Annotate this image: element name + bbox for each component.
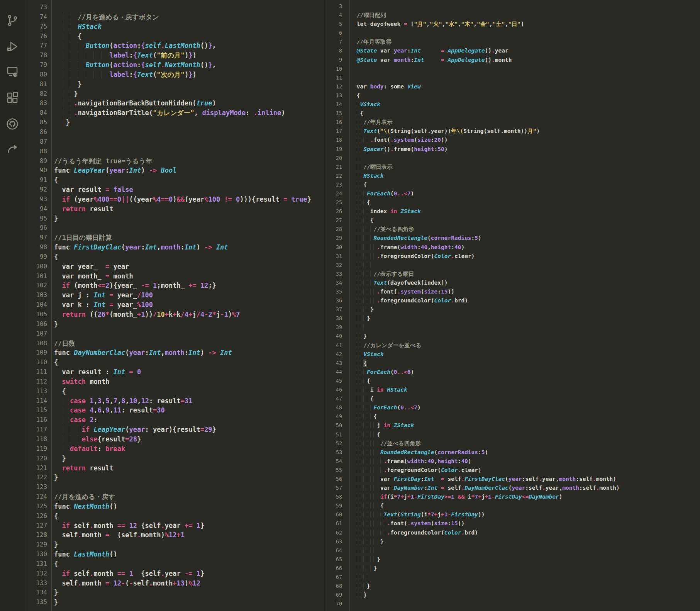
line-number: 38 (325, 314, 342, 323)
code-text: .foregroundColor(Color.clear) (353, 252, 475, 261)
line-number: 79 (25, 60, 47, 70)
code-text (353, 546, 377, 555)
code-text: { (353, 359, 367, 368)
line-number: 65 (325, 555, 342, 564)
code-text: //1日目の曜日計算 (54, 233, 112, 243)
line-number: 94 (25, 204, 47, 214)
line-number: 111 (25, 367, 47, 377)
code-text: } (353, 537, 384, 546)
remote-explorer-icon[interactable] (5, 64, 20, 79)
share-icon[interactable] (5, 141, 20, 156)
run-and-debug-icon[interactable] (5, 39, 20, 54)
line-number: 3 (325, 2, 342, 11)
code-text: var result = false (54, 185, 133, 195)
line-number: 59 (325, 501, 342, 510)
code-text (353, 573, 370, 582)
line-number: 78 (25, 51, 47, 60)
code-text: RoundedRectangle(cornerRadius:5) (353, 234, 481, 243)
code-text: index in ZStack (353, 207, 421, 216)
source-control-icon[interactable] (5, 13, 20, 28)
code-text: { (54, 358, 58, 367)
code-text: //カレンダーを並べる (353, 341, 422, 350)
line-number: 69 (325, 591, 342, 599)
code-text: } (54, 540, 58, 550)
code-text: label:{Text("前の月")}) (54, 51, 197, 60)
line-number: 90 (25, 166, 47, 175)
line-number: 97 (25, 233, 47, 243)
line-number: 99 (25, 252, 47, 262)
code-text: } (353, 564, 377, 573)
line-number: 135 (25, 597, 47, 607)
code-text: case 2: (54, 415, 98, 425)
line-number: 46 (325, 385, 342, 394)
line-number: 14 (325, 100, 342, 109)
code-text: } (54, 118, 70, 127)
code-editor-window: 7374 //月を進める・戻すボタン75 HStack76 {77 Button… (0, 0, 700, 611)
line-number: 24 (325, 189, 342, 198)
left-gutter-separator (51, 0, 52, 611)
code-text: HStack (353, 171, 384, 180)
line-number: 100 (25, 262, 47, 272)
code-text: var year_ = year (54, 262, 129, 272)
github-icon[interactable] (5, 117, 20, 131)
line-number: 120 (25, 454, 47, 463)
line-number: 45 (325, 377, 342, 385)
code-text: } (353, 582, 370, 591)
code-text: VStack (353, 100, 380, 109)
extensions-icon[interactable] (5, 90, 20, 105)
line-number: 5 (325, 20, 342, 29)
code-text (353, 323, 367, 332)
code-text: var month_ = month (54, 272, 133, 281)
code-text: Button(action:{self.NextMonth()}, (54, 60, 216, 70)
code-text: func DayNumberClac(year:Int,month:Int) -… (54, 348, 232, 358)
line-number: 51 (325, 430, 342, 439)
line-number: 33 (325, 270, 342, 278)
code-text: case 1,3,5,7,8,10,12: result=31 (54, 396, 193, 406)
line-number: 108 (25, 339, 47, 348)
code-text: .font(.system(size:15)) (353, 519, 464, 528)
code-text: { (353, 216, 373, 225)
line-number: 56 (325, 475, 342, 484)
code-text: //並べる四角形 (353, 225, 414, 234)
code-text: { (54, 32, 82, 41)
line-number: 10 (325, 64, 342, 73)
line-number: 29 (325, 234, 342, 243)
line-number: 86 (25, 127, 47, 137)
line-number: 58 (325, 492, 342, 501)
line-number: 16 (325, 118, 342, 127)
code-text: { (353, 198, 370, 207)
line-number: 106 (25, 319, 47, 329)
code-text: func LeapYear(year:Int) -> Bool (54, 166, 176, 175)
line-number: 91 (25, 175, 47, 185)
code-text: self.month = 12-(-self.month+13)%12 (54, 579, 200, 588)
code-text: i in HStack (353, 385, 407, 394)
code-text: } (54, 588, 58, 597)
code-text: } (54, 89, 78, 99)
code-text (353, 261, 373, 270)
code-text: } (353, 314, 370, 323)
line-number: 74 (25, 12, 47, 22)
code-text: self.month = (self.month)%12+1 (54, 530, 185, 540)
line-number: 27 (325, 216, 342, 225)
code-text: } (54, 597, 58, 607)
code-text: .navigationBarBackButtonHidden(true) (54, 98, 216, 108)
line-number: 112 (25, 377, 47, 387)
line-number: 62 (325, 528, 342, 537)
line-number: 128 (25, 530, 47, 540)
code-text: { (353, 430, 380, 439)
code-text: { (353, 377, 370, 385)
line-number: 77 (25, 41, 47, 51)
line-number: 118 (25, 434, 47, 444)
line-number: 70 (325, 599, 342, 608)
code-text: @State var year:Int = AppDelegate().year (353, 46, 508, 55)
code-text: func NextMonth() (54, 502, 117, 511)
line-number: 17 (325, 127, 342, 136)
line-number: 88 (25, 147, 47, 156)
code-text: .font(.system(size:15)) (353, 287, 454, 296)
code-text: { (353, 180, 367, 189)
line-number: 130 (25, 550, 47, 559)
code-text: } (353, 305, 373, 314)
line-number: 49 (325, 412, 342, 421)
code-text: var j : Int = year_/100 (54, 290, 153, 300)
code-text: { (353, 91, 360, 100)
